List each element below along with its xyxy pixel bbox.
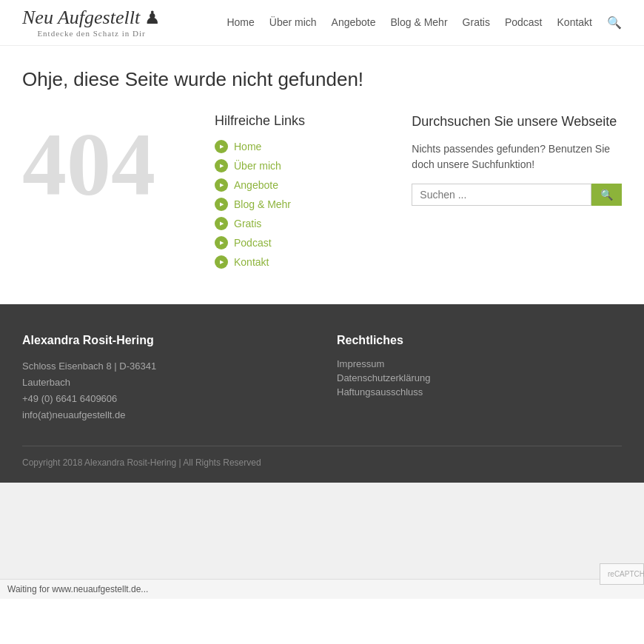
- footer-address: Schloss Eisenbach 8 | D-36341 Lauterbach…: [22, 358, 307, 423]
- nav-item-gratis[interactable]: Gratis: [463, 16, 490, 28]
- link-list: Home Über mich Angebote Blog & Mehr Grat…: [215, 140, 389, 269]
- main-content: Ohje, diese Seite wurde nicht gefunden! …: [0, 46, 644, 304]
- error-code: 404: [22, 113, 192, 275]
- bullet-icon: [215, 236, 228, 249]
- list-item: Kontakt: [215, 255, 389, 269]
- footer-copyright: Copyright 2018 Alexandra Rosit-Hering | …: [22, 446, 622, 468]
- link-home[interactable]: Home: [234, 141, 261, 152]
- bullet-icon: [215, 198, 228, 211]
- footer-phone: +49 (0) 6641 6409606: [22, 393, 117, 404]
- helpful-links-title: Hilfreiche Links: [215, 113, 389, 129]
- nav-item-podcast[interactable]: Podcast: [505, 16, 543, 28]
- nav-item-kontakt[interactable]: Kontakt: [557, 16, 592, 28]
- gray-area: [0, 483, 644, 579]
- footer-address-line1: Schloss Eisenbach 8 | D-36341: [22, 360, 156, 372]
- recaptcha-label: reCAPTCHA: [608, 570, 644, 578]
- link-kontakt[interactable]: Kontakt: [234, 256, 269, 268]
- search-description: Nichts passendes gefunden? Benutzen Sie …: [412, 141, 622, 172]
- list-item: Blog & Mehr: [215, 198, 389, 211]
- recaptcha-badge: reCAPTCHA: [600, 563, 644, 585]
- main-nav: Home Über mich Angebote Blog & Mehr Grat…: [227, 16, 622, 30]
- nav-item-blog[interactable]: Blog & Mehr: [391, 16, 448, 28]
- search-section-title: Durchsuchen Sie unsere Webseite: [412, 113, 622, 130]
- bullet-icon: [215, 255, 228, 269]
- status-text: Waiting for www.neuaufgestellt.de...: [7, 584, 148, 594]
- search-box: 🔍: [412, 184, 622, 206]
- list-item: Gratis: [215, 217, 389, 230]
- link-angebote[interactable]: Angebote: [234, 179, 278, 191]
- search-section: Durchsuchen Sie unsere Webseite Nichts p…: [412, 113, 622, 275]
- bullet-icon: [215, 140, 228, 153]
- list-item: Podcast: [215, 236, 389, 249]
- logo[interactable]: Neu Aufgestellt ♟ Entdecke den Schatz in…: [22, 7, 161, 38]
- list-item: Angebote: [215, 178, 389, 192]
- content-grid: 404 Hilfreiche Links Home Über mich Ange…: [22, 113, 622, 275]
- footer-email[interactable]: info(at)neuaufgestellt.de: [22, 409, 125, 420]
- link-ueber-mich[interactable]: Über mich: [234, 160, 281, 172]
- header: Neu Aufgestellt ♟ Entdecke den Schatz in…: [0, 0, 644, 46]
- link-blog[interactable]: Blog & Mehr: [234, 198, 291, 210]
- nav-item-home[interactable]: Home: [227, 16, 254, 28]
- link-gratis[interactable]: Gratis: [234, 218, 261, 229]
- footer-grid: Alexandra Rosit-Hering Schloss Eisenbach…: [22, 334, 622, 423]
- page-title: Ohje, diese Seite wurde nicht gefunden!: [22, 68, 622, 91]
- footer-link-haftung[interactable]: Haftungsausschluss: [337, 386, 622, 398]
- nav-item-ueber-mich[interactable]: Über mich: [269, 16, 317, 28]
- logo-icon: ♟: [144, 7, 161, 28]
- footer-col2-title: Rechtliches: [337, 334, 622, 347]
- list-item: Über mich: [215, 159, 389, 172]
- list-item: Home: [215, 140, 389, 153]
- logo-text: Neu Aufgestellt: [22, 7, 140, 29]
- footer: Alexandra Rosit-Hering Schloss Eisenbach…: [0, 304, 644, 483]
- nav-item-angebote[interactable]: Angebote: [332, 16, 376, 28]
- bullet-icon: [215, 159, 228, 172]
- search-button[interactable]: 🔍: [591, 184, 622, 206]
- search-input[interactable]: [412, 184, 591, 206]
- bullet-icon: [215, 217, 228, 230]
- status-bar: Waiting for www.neuaufgestellt.de...: [0, 579, 644, 599]
- footer-col1-title: Alexandra Rosit-Hering: [22, 334, 307, 347]
- bullet-icon: [215, 178, 228, 192]
- footer-city: Lauterbach: [22, 377, 70, 388]
- link-podcast[interactable]: Podcast: [234, 237, 272, 249]
- footer-link-datenschutz[interactable]: Datenschutzerklärung: [337, 372, 622, 383]
- footer-col-legal: Rechtliches Impressum Datenschutzerkläru…: [337, 334, 622, 423]
- helpful-links-section: Hilfreiche Links Home Über mich Angebote…: [215, 113, 389, 275]
- search-icon[interactable]: 🔍: [607, 16, 622, 30]
- search-submit-icon: 🔍: [600, 189, 613, 201]
- footer-col-contact: Alexandra Rosit-Hering Schloss Eisenbach…: [22, 334, 307, 423]
- logo-subtitle: Entdecke den Schatz in Dir: [37, 29, 145, 38]
- footer-link-impressum[interactable]: Impressum: [337, 358, 622, 369]
